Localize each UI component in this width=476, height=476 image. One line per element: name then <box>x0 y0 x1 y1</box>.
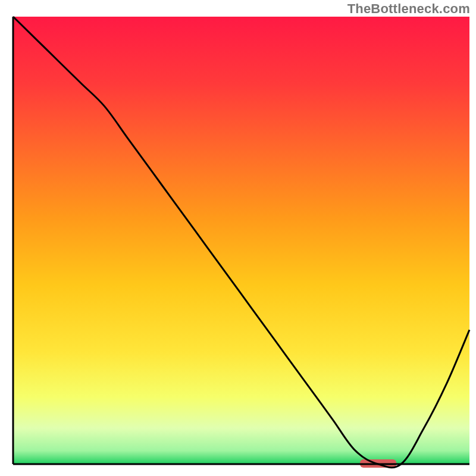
chart-svg <box>0 0 476 476</box>
watermark-text: TheBottleneck.com <box>347 1 470 17</box>
bottleneck-chart: TheBottleneck.com <box>0 0 476 476</box>
